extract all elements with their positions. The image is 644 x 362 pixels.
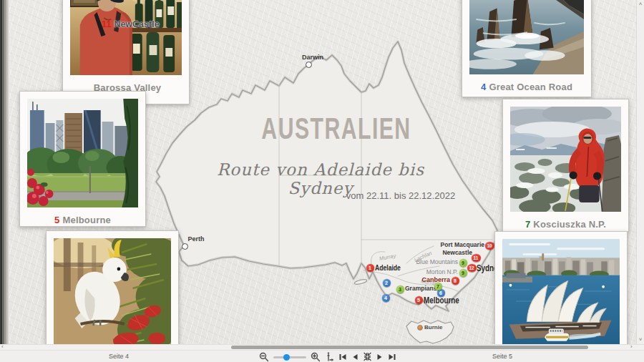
route-marker-9-9: 9	[459, 259, 467, 267]
floating-label-number: 11	[102, 19, 112, 29]
scroll-down-icon[interactable]: ˅	[639, 337, 643, 343]
route-marker-4-3: 4	[382, 294, 390, 302]
kosciuszka-photo-art	[510, 107, 621, 212]
collapse-icon[interactable]	[363, 352, 372, 361]
zoom-slider-handle[interactable]	[283, 354, 290, 361]
caption-number: 4	[481, 82, 486, 92]
viewer-window: 1Adelaide23Grampians45Melbourne678Canber…	[0, 0, 644, 362]
route-marker-9-8: 9	[459, 269, 467, 277]
cockatoo-photo-art	[54, 238, 171, 344]
river-label-murray-0: Murray	[379, 253, 396, 262]
city-label-darwin: Darwin	[291, 54, 334, 61]
page-spread: 1Adelaide23Grampians45Melbourne678Canber…	[0, 0, 644, 344]
zoom-out-icon[interactable]	[259, 352, 269, 362]
map-label-port-macquarie: Port Macquarie	[441, 241, 484, 248]
photo-caption: 5Melbourne	[27, 207, 138, 232]
photo-caption: 4Great Ocean Road	[469, 74, 584, 99]
prev-page-icon[interactable]	[351, 353, 358, 361]
photo-card-cockatoo	[46, 230, 179, 344]
town-label-burnie: Burnie	[424, 324, 442, 331]
caption-text: Melbourne	[62, 215, 111, 225]
map-label-blue-mountains: Blue Mountains	[416, 258, 458, 265]
caption-text: Kosciuszka N.P.	[533, 219, 606, 230]
viewer-toolbar	[259, 351, 396, 362]
scroll-up-icon[interactable]: ˄	[639, 1, 643, 7]
city-dot-darwin	[306, 62, 312, 68]
route-marker-7-6: 7	[434, 283, 442, 290]
caption-number: 7	[525, 219, 530, 230]
map-label-newcastle: Newcastle	[442, 249, 472, 256]
city-label-perth: Perth	[175, 235, 218, 243]
status-bar: Seite 4 Seite 5	[0, 350, 644, 362]
map-label-morton-n-p: Morton N.P.	[426, 268, 458, 275]
floating-label-text: NewCastle	[114, 19, 159, 29]
last-page-icon[interactable]	[388, 353, 396, 361]
zoom-slider[interactable]	[273, 352, 306, 362]
map-label-melbourne: Melbourne	[424, 295, 459, 305]
first-page-icon[interactable]	[338, 353, 347, 361]
scroll-right-icon[interactable]: ›	[630, 344, 633, 350]
vertical-scrollbar[interactable]: ˄ ˅	[636, 0, 644, 344]
route-marker-11-11: 11	[472, 254, 481, 262]
photo-card-kosciuszka: 7Kosciuszka N.P.	[502, 99, 629, 232]
map-label-adelaide: Adelaide	[375, 263, 401, 272]
route-marker-8-7: 8	[452, 277, 459, 285]
scroll-left-icon[interactable]: ‹	[1, 344, 4, 350]
sydney-opera-photo-art	[502, 239, 620, 344]
map-label-grampians: Grampians	[405, 285, 436, 292]
great-ocean-road-photo-art	[469, 0, 584, 74]
next-page-icon[interactable]	[376, 353, 384, 361]
page-number-right: Seite 5	[481, 353, 524, 360]
horizontal-scrollbar[interactable]: ‹ ›	[0, 344, 644, 350]
caption-number: 5	[54, 215, 59, 225]
floating-route-label: 11 NewCastle	[102, 19, 160, 29]
page-title: AUSTRALIEN	[238, 112, 434, 146]
zoom-slider-track[interactable]	[273, 356, 306, 358]
photo-card-sydney-opera	[494, 231, 628, 344]
route-marker-1-0: 1	[366, 264, 374, 272]
barossa-photo-art	[70, 0, 182, 75]
page-number-left: Seite 4	[97, 353, 140, 360]
caption-text: Great Ocean Road	[489, 82, 572, 92]
map-label-canberra: Canberra	[421, 276, 450, 283]
page-stack-edge	[0, 0, 9, 344]
route-marker-12-10: 12	[467, 264, 477, 272]
route-marker-5-4: 5	[415, 296, 423, 304]
town-dot-burnie	[417, 325, 423, 331]
melbourne-photo-art	[27, 99, 138, 207]
route-marker-2-1: 2	[383, 279, 391, 287]
page-date-range: vom 22.11. bis 22.12.2022	[329, 190, 472, 201]
photo-card-barossa-valley: Barossa Valley	[62, 0, 190, 104]
fit-page-icon[interactable]	[325, 352, 334, 362]
photo-card-melbourne: 5Melbourne	[19, 91, 146, 227]
horizontal-scrollbar-thumb[interactable]	[231, 346, 588, 349]
photo-card-great-ocean-road: 4Great Ocean Road	[462, 0, 592, 97]
route-marker-3-2: 3	[396, 285, 404, 293]
route-marker-10-12: 10	[485, 242, 494, 250]
zoom-in-icon[interactable]	[311, 352, 321, 362]
city-dot-perth	[182, 243, 188, 250]
